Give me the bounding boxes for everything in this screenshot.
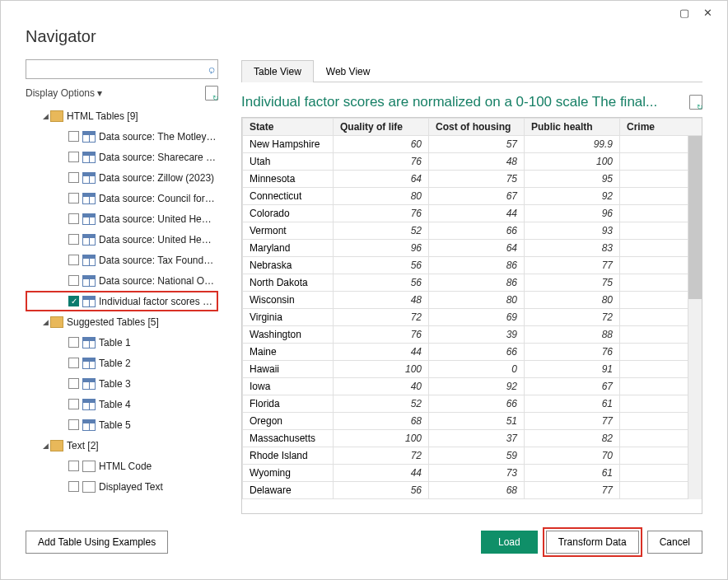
checkbox[interactable]: ✓	[68, 296, 79, 306]
search-input[interactable]	[30, 61, 208, 77]
table-cell: Florida	[243, 395, 334, 413]
column-header[interactable]: Quality of life	[334, 119, 429, 136]
table-cell: 80	[525, 292, 620, 309]
tab-web-view[interactable]: Web View	[314, 60, 383, 82]
checkbox[interactable]	[68, 419, 79, 430]
grid-horizontal-scroll[interactable]: StateQuality of lifeCost of housingPubli…	[242, 118, 702, 513]
table-cell: 77	[525, 257, 620, 274]
tree-item-html-4[interactable]: Data source: United Healt...	[26, 208, 218, 229]
checkbox[interactable]	[68, 275, 79, 286]
table-row[interactable]: Iowa40926773	[243, 378, 702, 395]
table-row[interactable]: Wyoming44736183	[243, 465, 702, 482]
table-cell: 99.9	[525, 136, 620, 153]
table-row[interactable]: Oregon68517775	[243, 413, 702, 430]
table-cell: North Dakota	[243, 274, 334, 292]
preview-title: Individual factor scores are normalized …	[241, 94, 683, 110]
table-row[interactable]: Virginia72697286	[243, 309, 702, 326]
tree-item-label: HTML Tables [9]	[67, 110, 138, 122]
table-row[interactable]: Minnesota64759577	[243, 171, 702, 188]
table-row[interactable]: New Hampshire605799.995	[243, 136, 702, 153]
table-row[interactable]: Rhode Island72597083	[243, 447, 702, 465]
checkbox[interactable]	[68, 193, 79, 203]
preview-refresh-icon[interactable]	[689, 95, 702, 110]
display-options-dropdown[interactable]: Display Options ▾	[26, 87, 102, 99]
tree-item-label: Data source: United Healt...	[99, 213, 217, 225]
table-row[interactable]: Wisconsin48808071	[243, 292, 702, 309]
cancel-button[interactable]: Cancel	[647, 531, 702, 554]
checkbox[interactable]	[68, 337, 79, 348]
tree-item-suggested-2[interactable]: Table 3	[26, 373, 218, 394]
table-cell: 96	[525, 205, 620, 222]
table-row[interactable]: Vermont52669391	[243, 222, 702, 240]
checkbox[interactable]	[68, 358, 79, 368]
tree-group-html-tables[interactable]: ◢HTML Tables [9]	[26, 105, 218, 126]
column-header[interactable]: Public health	[525, 119, 620, 136]
tree-item-text-1[interactable]: Displayed Text	[26, 476, 218, 497]
table-cell: 83	[525, 240, 620, 257]
search-box[interactable]: ⌕	[26, 59, 218, 79]
tree-item-html-6[interactable]: Data source: Tax Foundati...	[26, 250, 218, 270]
table-cell: Maine	[243, 344, 334, 361]
tree-item-label: HTML Code	[99, 461, 152, 472]
checkbox[interactable]	[68, 378, 79, 389]
add-table-using-examples-button[interactable]: Add Table Using Examples	[26, 531, 168, 554]
tree-item-label: Data source: National Oce...	[99, 275, 217, 287]
tree-item-suggested-0[interactable]: Table 1	[26, 332, 218, 353]
table-cell: 61	[525, 465, 620, 482]
table-cell: 56	[334, 482, 429, 499]
tree-item-html-5[interactable]: Data source: United Healt...	[26, 229, 218, 250]
table-cell: Rhode Island	[243, 447, 334, 465]
checkbox[interactable]	[68, 234, 79, 245]
tab-table-view[interactable]: Table View	[241, 60, 314, 82]
table-row[interactable]: Washington76398875	[243, 326, 702, 344]
checkbox[interactable]	[68, 152, 79, 162]
column-header[interactable]: State	[243, 119, 334, 136]
table-row[interactable]: Delaware56687756	[243, 482, 702, 499]
tree-group-text[interactable]: ◢Text [2]	[26, 435, 218, 456]
checkbox[interactable]	[68, 481, 79, 492]
table-icon	[82, 193, 96, 204]
tree-item-html-3[interactable]: Data source: Council for C...	[26, 188, 218, 208]
checkbox[interactable]	[68, 461, 79, 471]
window-close-button[interactable]: ✕	[696, 2, 719, 22]
transform-data-button[interactable]: Transform Data	[546, 531, 639, 554]
refresh-icon[interactable]	[205, 86, 218, 101]
checkbox[interactable]	[68, 172, 79, 183]
tree-item-suggested-1[interactable]: Table 2	[26, 353, 218, 373]
table-icon	[82, 358, 96, 369]
tree-item-html-2[interactable]: Data source: Zillow (2023)	[26, 167, 218, 188]
load-button[interactable]: Load	[481, 531, 538, 554]
window-maximize-button[interactable]: ▢	[673, 2, 696, 22]
tree-item-html-8[interactable]: ✓Individual factor scores ar...	[26, 291, 218, 311]
tree-group-suggested-tables[interactable]: ◢Suggested Tables [5]	[26, 311, 218, 332]
table-cell: 48	[334, 292, 429, 309]
table-row[interactable]: Maine446676100	[243, 344, 702, 361]
table-row[interactable]: North Dakota56867570	[243, 274, 702, 292]
table-row[interactable]: Hawaii10009180	[243, 361, 702, 378]
checkbox[interactable]	[68, 213, 79, 224]
tree-item-html-0[interactable]: Data source: The Motley F...	[26, 126, 218, 147]
column-header[interactable]: Cost of housing	[429, 119, 525, 136]
table-row[interactable]: Connecticut80679290	[243, 188, 702, 205]
tree-item-suggested-3[interactable]: Table 4	[26, 394, 218, 414]
table-cell: Wisconsin	[243, 292, 334, 309]
grid-vertical-scrollbar[interactable]	[688, 136, 702, 499]
checkbox[interactable]	[68, 131, 79, 142]
tree-item-text-0[interactable]: HTML Code	[26, 456, 218, 476]
tree-item-html-7[interactable]: Data source: National Oce...	[26, 270, 218, 291]
data-grid: StateQuality of lifeCost of housingPubli…	[241, 117, 702, 514]
table-row[interactable]: Florida52666162	[243, 395, 702, 413]
checkbox[interactable]	[68, 399, 79, 409]
tree-item-html-1[interactable]: Data source: Sharecare (20...	[26, 147, 218, 167]
table-row[interactable]: Utah764810079	[243, 153, 702, 171]
table-cell: Washington	[243, 326, 334, 344]
checkbox[interactable]	[68, 255, 79, 265]
table-row[interactable]: Colorado76449657	[243, 205, 702, 222]
table-cell: 76	[334, 326, 429, 344]
table-cell: 66	[429, 344, 525, 361]
column-header[interactable]: Crime	[620, 119, 702, 136]
table-row[interactable]: Maryland96648360	[243, 240, 702, 257]
tree-item-suggested-4[interactable]: Table 5	[26, 414, 218, 435]
table-row[interactable]: Nebraska56867769	[243, 257, 702, 274]
table-row[interactable]: Massachusetts100378273	[243, 430, 702, 447]
